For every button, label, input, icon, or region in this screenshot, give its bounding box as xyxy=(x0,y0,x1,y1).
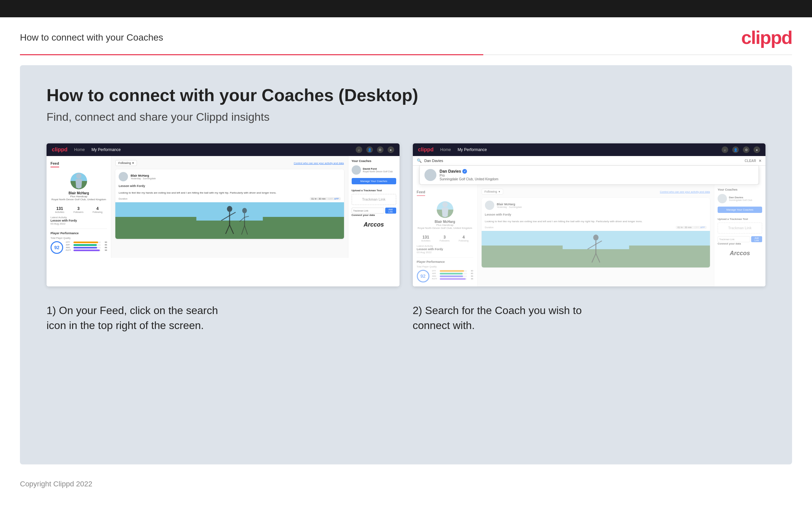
search-results-dropdown: Dan Davies ✓ Pro Sunningdale Golf Club, … xyxy=(420,166,759,185)
trackman-input-1[interactable] xyxy=(352,208,384,214)
result-role-1: Pro xyxy=(440,174,498,177)
stat-following-1: 4 Following xyxy=(93,206,103,213)
step-2-text: 2) Search for the Coach you wish toconne… xyxy=(413,303,766,333)
player-perf-2: Player Performance Total Player Quality … xyxy=(417,257,473,281)
trackman-input-row-2: Add Link xyxy=(718,236,762,242)
arccos-logo-1: Arccos xyxy=(352,219,396,231)
avatar-icon[interactable]: ● xyxy=(388,146,394,153)
bar-app: APP 85 xyxy=(66,244,107,246)
upload-title-1: Upload a Trackman Test xyxy=(352,189,396,192)
manage-coaches-btn-1[interactable]: Manage Your Coaches xyxy=(352,178,396,184)
svg-point-15 xyxy=(442,202,448,207)
header-divider xyxy=(20,54,792,55)
search-result-dan-davies[interactable]: Dan Davies ✓ Pro Sunningdale Golf Club, … xyxy=(420,166,759,184)
stat-followers-1: 3 Followers xyxy=(74,206,84,213)
settings-icon[interactable]: ⚙ xyxy=(377,146,384,153)
footer: Copyright Clippd 2022 xyxy=(0,474,812,494)
profile-icon-2[interactable]: 👤 xyxy=(732,146,739,153)
mock-app-2: clippd Home My Performance ⌕ 👤 ⚙ ● 🔍 xyxy=(413,143,766,287)
nav-home-2[interactable]: Home xyxy=(440,147,451,152)
quality-circle-1: 92 xyxy=(51,241,63,254)
nav-home-1[interactable]: Home xyxy=(74,147,85,152)
coach-avatar-2 xyxy=(718,194,727,203)
post-body-1: Looking to feel like my hands are exitin… xyxy=(115,191,344,197)
feed-label-1: Feed xyxy=(51,161,59,167)
user-profile-mini-1: Blair McHarg Plus Handicap Royal North D… xyxy=(51,170,107,204)
screenshot-2: clippd Home My Performance ⌕ 👤 ⚙ ● 🔍 xyxy=(413,143,766,287)
step-1-text: 1) On your Feed, click on the searchicon… xyxy=(47,303,399,333)
nav-myperformance-1[interactable]: My Performance xyxy=(91,147,121,152)
search-query[interactable]: Dan Davies xyxy=(424,159,742,163)
nav-myperformance-2[interactable]: My Performance xyxy=(458,147,487,152)
user-name-2: Blair McHarg xyxy=(417,220,473,223)
duration-badge-1: 01 hr : 30 min OFF APP xyxy=(310,197,341,200)
screenshot-1: clippd Home My Performance ⌕ 👤 ⚙ ● Feed xyxy=(47,143,399,287)
svg-point-0 xyxy=(76,173,82,179)
middle-panel-1: Following ▾ Control who can see your act… xyxy=(111,156,348,258)
result-avatar-1 xyxy=(424,169,436,181)
app-navbar-1: clippd Home My Performance ⌕ 👤 ⚙ ● xyxy=(47,143,399,156)
copyright-text: Copyright Clippd 2022 xyxy=(20,480,92,488)
svg-point-18 xyxy=(593,235,598,241)
search-bar-overlay: 🔍 Dan Davies CLEAR × xyxy=(413,156,766,166)
bar-putt: PUTT 96 xyxy=(66,249,107,251)
add-link-btn-2[interactable]: Add Link xyxy=(751,236,762,242)
following-button-1[interactable]: Following ▾ xyxy=(115,160,137,166)
post-card-1: Blair McHarg Yesterday · Sunningdale Les… xyxy=(115,169,344,239)
navbar-icons-1: ⌕ 👤 ⚙ ● xyxy=(355,146,394,153)
trackman-input-row-1: Add Link xyxy=(352,208,396,214)
app-logo-2: clippd xyxy=(418,147,434,153)
app-logo-1: clippd xyxy=(52,147,67,153)
connect-title-2: Connect your data xyxy=(718,242,762,245)
result-info-1: Dan Davies ✓ Pro Sunningdale Golf Club, … xyxy=(440,169,498,181)
user-avatar-2 xyxy=(437,201,453,218)
svg-point-3 xyxy=(227,206,232,212)
bar-ott: OTT 90 xyxy=(66,241,107,243)
trackman-input-2[interactable] xyxy=(718,236,750,242)
result-name-1: Dan Davies ✓ xyxy=(440,169,498,174)
coaches-title-1: Your Coaches xyxy=(352,159,396,163)
bar-arg: ARG 86 xyxy=(66,247,107,249)
post-header-1: Blair McHarg Yesterday · Sunningdale xyxy=(115,169,344,184)
perf-bars-2: OTT90 APP85 ARG86 PUTT96 xyxy=(432,270,473,281)
top-bar xyxy=(0,0,812,17)
user-club-1: Royal North Devon Golf Club, United King… xyxy=(51,198,107,201)
verified-badge-1: ✓ xyxy=(462,169,467,174)
user-name-1: Blair McHarg xyxy=(51,191,107,195)
feed-label-2: Feed xyxy=(417,190,425,196)
avatar-icon-2[interactable]: ● xyxy=(754,146,760,153)
control-link-2: Control who can see your activity and da… xyxy=(660,190,710,193)
post-image-2 xyxy=(482,231,710,267)
latest-activity-2: Latest Activity Lesson with Fordy 03 Aug… xyxy=(417,245,473,254)
coach-item-1: David Ford Royal North Devon Golf Club xyxy=(352,165,396,175)
trackman-box-1: Trackman Link xyxy=(352,194,396,205)
clear-button[interactable]: CLEAR xyxy=(745,159,756,163)
coach-item-2: Dan DaviesSunningdale Golf Club xyxy=(718,194,762,203)
close-search-button[interactable]: × xyxy=(759,158,761,163)
manage-coaches-btn-2[interactable]: Manage Your Coaches xyxy=(718,207,762,213)
user-club-2: Royal North Devon Golf Club, United King… xyxy=(417,226,473,229)
right-panel-2: Your Coaches Dan DaviesSunningdale Golf … xyxy=(714,185,765,287)
post-image-1 xyxy=(115,202,344,239)
search-icon-2[interactable]: ⌕ xyxy=(722,146,728,153)
settings-icon-2[interactable]: ⚙ xyxy=(743,146,750,153)
screenshots-grid: clippd Home My Performance ⌕ 👤 ⚙ ● Feed xyxy=(47,143,765,287)
coach-info-1: David Ford Royal North Devon Golf Club xyxy=(363,167,393,173)
navbar-icons-2: ⌕ 👤 ⚙ ● xyxy=(722,146,760,153)
mock-app-1: clippd Home My Performance ⌕ 👤 ⚙ ● Feed xyxy=(47,143,399,258)
following-button-2: Following▾ xyxy=(482,188,503,195)
left-panel-1: Feed Blair McHarg Plus Handicap Royal No… xyxy=(47,156,111,258)
post-card-2: Blair McHargYesterday · Sunningdale Less… xyxy=(482,198,710,267)
add-link-btn-1[interactable]: Add Link xyxy=(385,208,396,214)
section-subtitle: Find, connect and share your Clippd insi… xyxy=(47,111,765,123)
latest-activity-1: Latest Activity Lesson with Fordy 03 Aug… xyxy=(51,216,107,225)
left-panel-2: Feed Blair McHarg Plus Handicap Royal No… xyxy=(413,185,478,287)
search-icon[interactable]: ⌕ xyxy=(355,146,362,153)
coach-avatar-1 xyxy=(352,165,361,175)
clippd-logo: clippd xyxy=(741,27,792,48)
result-club-1: Sunningdale Golf Club, United Kingdom xyxy=(440,177,498,181)
post-avatar-2 xyxy=(485,201,494,210)
search-overlay-container: 🔍 Dan Davies CLEAR × Dan Davies ✓ xyxy=(413,156,766,185)
profile-icon[interactable]: 👤 xyxy=(366,146,373,153)
control-link-1[interactable]: Control who can see your activity and da… xyxy=(294,162,344,165)
